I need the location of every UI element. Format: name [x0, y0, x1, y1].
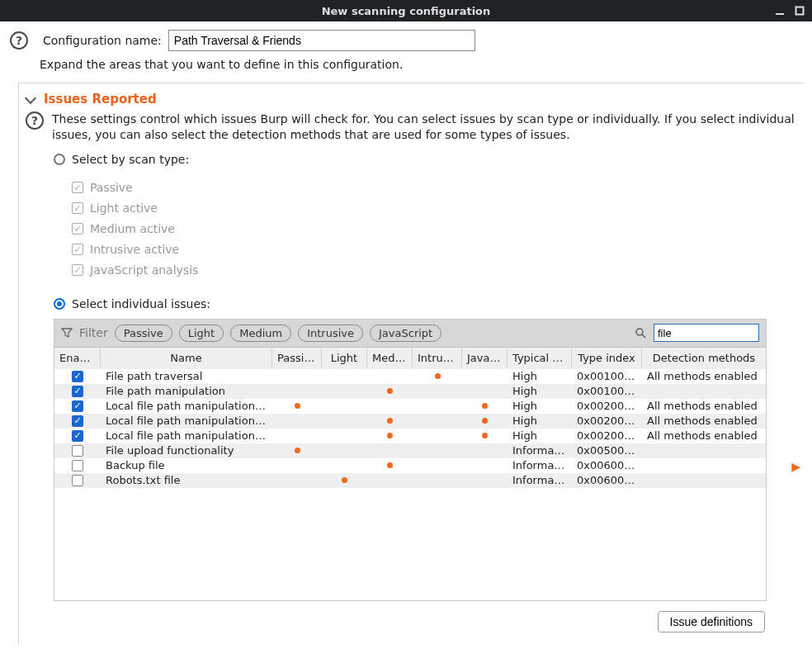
checkbox-icon [72, 182, 83, 193]
scan-type-label: Passive [90, 181, 133, 194]
cell-typeindex: 0x00200350 [572, 400, 642, 412]
cell-enabled[interactable] [54, 445, 101, 457]
enabled-checkbox[interactable] [72, 371, 83, 382]
search-input[interactable] [654, 324, 759, 342]
cell-javascript [462, 418, 508, 424]
table-row[interactable]: Backup fileInformation0x006000D8 [54, 458, 766, 473]
cell-typeindex: 0x00500980 [572, 444, 642, 457]
cell-detection: All methods enabled [642, 370, 766, 382]
cell-severity: Information [508, 444, 572, 457]
col-passive[interactable]: Passive [272, 348, 322, 367]
radio-icon [54, 298, 65, 310]
scan-type-item: JavaScript analysis [72, 260, 804, 281]
col-typeindex[interactable]: Type index [572, 348, 642, 367]
cell-name: Local file path manipulation (refl… [101, 415, 272, 427]
table-row[interactable]: File path manipulationHigh0x00100B00 [54, 384, 766, 399]
cell-javascript [462, 433, 508, 438]
cell-enabled[interactable] [54, 460, 101, 471]
table-header: Enabled Name Passive Light Medium Intrus… [54, 348, 766, 369]
header-instruction: Expand the areas that you want to define… [0, 56, 812, 83]
cell-name: Backup file [101, 459, 272, 471]
radio-individual[interactable]: Select individual issues: [54, 297, 804, 310]
col-light[interactable]: Light [322, 348, 367, 367]
cell-name: Local file path manipulation (stor… [101, 429, 272, 442]
filter-chip-javascript[interactable]: JavaScript [370, 324, 441, 342]
cell-typeindex: 0x00100300 [572, 370, 642, 382]
enabled-checkbox[interactable] [72, 475, 83, 486]
dot-icon [482, 418, 488, 424]
table-row[interactable]: Local file path manipulation (stor…High0… [54, 429, 766, 443]
search-icon[interactable] [634, 326, 647, 339]
col-severity[interactable]: Typical sev… [508, 348, 572, 367]
cell-typeindex: 0x00100B00 [572, 385, 642, 397]
cell-name: Local file path manipulation (DO… [101, 400, 272, 412]
filter-chip-passive[interactable]: Passive [115, 324, 172, 342]
cell-medium [367, 462, 413, 468]
cell-name: File path traversal [101, 370, 272, 382]
checkbox-icon [72, 223, 83, 234]
enabled-checkbox[interactable] [72, 415, 83, 427]
scan-type-label: Intrusive active [90, 243, 179, 256]
cell-severity: High [508, 385, 572, 397]
chevron-down-icon [24, 92, 37, 106]
svg-rect-0 [776, 13, 784, 15]
table-row[interactable]: Local file path manipulation (refl…High0… [54, 414, 766, 429]
cell-intrusive [413, 373, 462, 379]
cell-enabled[interactable] [54, 475, 101, 486]
scan-type-list: Passive Light active Medium active Intru… [54, 174, 804, 289]
table-row[interactable]: File upload functionalityInformation0x00… [54, 443, 766, 458]
filter-chip-medium[interactable]: Medium [230, 324, 291, 342]
col-medium[interactable]: Medium [367, 348, 413, 367]
help-icon[interactable]: ? [26, 111, 44, 130]
dot-icon [482, 403, 488, 409]
cell-severity: Information [508, 474, 572, 486]
col-javascript[interactable]: JavaS… [462, 348, 508, 367]
enabled-checkbox[interactable] [72, 460, 83, 471]
section-header[interactable]: Issues Reported [24, 92, 804, 107]
minimize-icon[interactable] [772, 3, 787, 18]
col-detection[interactable]: Detection methods [642, 348, 766, 367]
scan-type-item: Medium active [72, 219, 804, 239]
col-enabled[interactable]: Enabled [54, 348, 101, 367]
col-intrusive[interactable]: Intrusive [413, 348, 462, 367]
checkbox-icon [72, 202, 83, 214]
cell-typeindex: 0x00600600 [572, 474, 642, 486]
enabled-checkbox[interactable] [72, 400, 83, 412]
table-row[interactable]: File path traversalHigh0x00100300All met… [54, 369, 766, 384]
cell-name: File path manipulation [101, 385, 272, 397]
table-row[interactable]: Robots.txt fileInformation0x00600600 [54, 473, 766, 488]
cell-light [322, 477, 367, 483]
filter-chip-light[interactable]: Light [179, 324, 224, 342]
filter-chip-intrusive[interactable]: Intrusive [298, 324, 363, 342]
col-name[interactable]: Name [101, 348, 272, 367]
cell-severity: High [508, 415, 572, 427]
checkbox-icon [72, 244, 83, 255]
scan-type-label: Light active [90, 201, 158, 215]
radio-scan-type[interactable]: Select by scan type: [54, 153, 804, 166]
cell-enabled[interactable] [54, 415, 101, 427]
expand-right-icon[interactable]: ▶ [791, 460, 800, 473]
enabled-checkbox[interactable] [72, 386, 83, 397]
cell-enabled[interactable] [54, 371, 101, 382]
cell-detection: All methods enabled [642, 415, 766, 427]
dot-icon [387, 418, 393, 424]
window-controls [772, 0, 807, 21]
help-icon[interactable]: ? [10, 31, 28, 50]
cell-javascript [462, 403, 508, 409]
window-title: New scanning configuration [322, 5, 491, 17]
maximize-icon[interactable] [792, 3, 807, 18]
config-name-input[interactable] [168, 30, 475, 51]
issue-definitions-button[interactable]: Issue definitions [658, 611, 765, 632]
cell-enabled[interactable] [54, 386, 101, 397]
enabled-checkbox[interactable] [72, 430, 83, 442]
cell-detection: All methods enabled [642, 400, 766, 412]
filter-icon[interactable] [61, 327, 73, 339]
table-row[interactable]: Local file path manipulation (DO…High0x0… [54, 399, 766, 414]
filter-bar: Filter Passive Light Medium Intrusive Ja… [54, 320, 766, 348]
cell-enabled[interactable] [54, 430, 101, 442]
cell-typeindex: 0x00200351 [572, 415, 642, 427]
content-panel: Issues Reported ? These settings control… [18, 83, 804, 644]
enabled-checkbox[interactable] [72, 445, 83, 457]
cell-enabled[interactable] [54, 400, 101, 412]
dot-icon [295, 403, 300, 409]
